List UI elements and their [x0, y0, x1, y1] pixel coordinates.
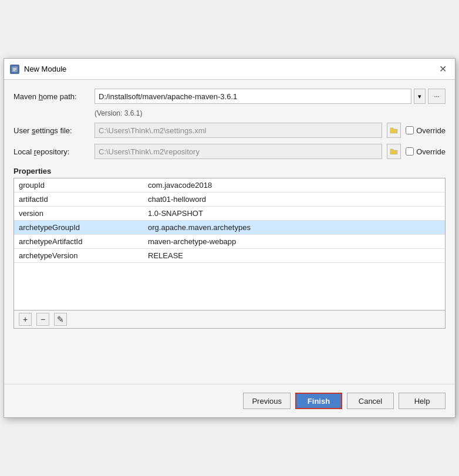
- prop-key: archetypeVersion: [14, 249, 143, 262]
- maven-home-label: Maven home path:: [14, 92, 90, 101]
- finish-button[interactable]: Finish: [295, 393, 342, 409]
- table-row[interactable]: groupId com.javacode2018: [14, 178, 445, 193]
- maven-home-browse[interactable]: ···: [428, 89, 446, 104]
- properties-section: Properties groupId com.javacode2018 arti…: [14, 167, 446, 329]
- svg-rect-2: [13, 69, 16, 70]
- close-button[interactable]: ✕: [437, 65, 449, 74]
- prop-key: version: [14, 207, 143, 220]
- prop-val: org.apache.maven.archetypes: [143, 221, 445, 234]
- prop-key: archetypeGroupId: [14, 221, 143, 234]
- table-empty-area: [14, 263, 445, 310]
- prop-val: 1.0-SNAPSHOT: [143, 207, 445, 220]
- local-repo-override-checkbox[interactable]: [406, 147, 414, 156]
- user-settings-input[interactable]: [95, 123, 382, 138]
- add-property-button[interactable]: +: [19, 313, 32, 326]
- local-repo-input[interactable]: [95, 144, 382, 159]
- local-repo-override-row: Override: [406, 147, 446, 156]
- dialog-footer: Previous Finish Cancel Help: [4, 384, 455, 417]
- prop-val: com.javacode2018: [143, 179, 445, 191]
- table-row[interactable]: version 1.0-SNAPSHOT: [14, 207, 445, 221]
- table-row[interactable]: artifactId chat01-helloword: [14, 193, 445, 207]
- svg-rect-3: [13, 70, 15, 71]
- dialog-title: New Module: [24, 65, 432, 73]
- maven-version: (Version: 3.6.1): [90, 109, 446, 117]
- edit-property-button[interactable]: ✎: [54, 313, 67, 326]
- local-repo-label: Local repository:: [14, 147, 90, 156]
- local-repo-override-label: Override: [416, 147, 446, 156]
- prop-val: RELEASE: [143, 249, 445, 262]
- prop-val: chat01-helloword: [143, 193, 445, 205]
- help-button[interactable]: Help: [399, 393, 446, 409]
- cancel-button[interactable]: Cancel: [347, 393, 394, 409]
- prop-key: groupId: [14, 179, 143, 191]
- maven-home-row: Maven home path: ▾ ···: [14, 88, 446, 104]
- properties-table: groupId com.javacode2018 artifactId chat…: [14, 178, 446, 310]
- prop-val: maven-archetype-webapp: [143, 235, 445, 248]
- title-bar: New Module ✕: [4, 59, 455, 80]
- local-repo-browse[interactable]: [387, 144, 401, 159]
- maven-path-row: ▾ ···: [95, 89, 446, 104]
- table-row[interactable]: archetypeGroupId org.apache.maven.archet…: [14, 221, 445, 235]
- previous-button[interactable]: Previous: [243, 393, 291, 409]
- dialog-body: Maven home path: ▾ ··· (Version: 3.6.1) …: [4, 80, 455, 337]
- remove-property-button[interactable]: −: [36, 313, 49, 326]
- prop-key: artifactId: [14, 193, 143, 205]
- new-module-dialog: New Module ✕ Maven home path: ▾ ··· (Ver…: [4, 58, 455, 418]
- user-settings-label: User settings file:: [14, 126, 90, 135]
- table-toolbar: + − ✎: [14, 310, 446, 329]
- user-settings-override-checkbox[interactable]: [406, 126, 414, 134]
- properties-label: Properties: [14, 167, 446, 175]
- table-row[interactable]: archetypeArtifactId maven-archetype-weba…: [14, 235, 445, 249]
- table-row[interactable]: archetypeVersion RELEASE: [14, 249, 445, 263]
- user-settings-override-label: Override: [416, 126, 446, 135]
- user-settings-browse[interactable]: [387, 123, 401, 138]
- maven-home-input[interactable]: [95, 89, 411, 104]
- maven-home-dropdown[interactable]: ▾: [414, 89, 426, 104]
- svg-rect-1: [13, 68, 16, 69]
- dialog-icon: [10, 65, 19, 74]
- prop-key: archetypeArtifactId: [14, 235, 143, 248]
- user-settings-row: User settings file: Override: [14, 122, 446, 139]
- local-repo-row: Local repository: Override: [14, 143, 446, 160]
- user-settings-override-row: Override: [406, 126, 446, 135]
